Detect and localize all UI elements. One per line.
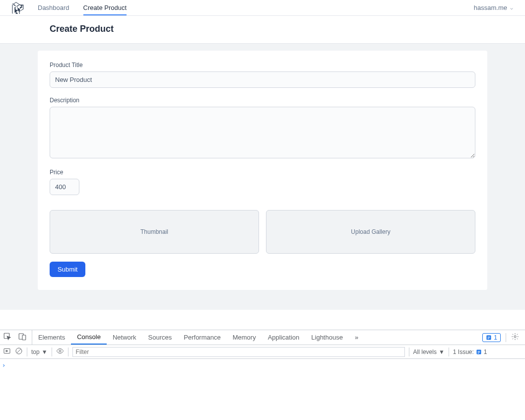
field-description: Description	[50, 97, 475, 160]
tab-sources[interactable]: Sources	[142, 330, 178, 345]
devtools-right: 1	[482, 333, 522, 342]
field-price: Price	[50, 169, 475, 195]
console-issue-badge[interactable]: 1	[482, 333, 501, 342]
description-input[interactable]	[50, 107, 475, 158]
nav-create-product[interactable]: Create Product	[83, 1, 127, 15]
dropdown-icon: ▼	[439, 349, 445, 355]
tab-application[interactable]: Application	[262, 330, 306, 345]
thumbnail-upload[interactable]: Thumbnail	[50, 210, 259, 254]
chevron-down-icon: ⌵	[510, 5, 513, 10]
nav-dashboard[interactable]: Dashboard	[38, 1, 69, 14]
page-title: Create Product	[50, 24, 475, 34]
svg-marker-6	[6, 350, 8, 352]
thumbnail-label: Thumbnail	[140, 228, 168, 235]
user-menu[interactable]: hassam.me ⌵	[474, 4, 513, 11]
svg-line-8	[17, 349, 21, 353]
svg-point-9	[59, 350, 61, 352]
price-label: Price	[50, 169, 475, 176]
sidebar-toggle-icon[interactable]	[3, 347, 11, 356]
upload-row: Thumbnail Upload Gallery	[50, 210, 475, 254]
user-name: hassam.me	[474, 4, 507, 11]
title-input[interactable]	[50, 71, 475, 88]
tab-performance[interactable]: Performance	[178, 330, 226, 345]
devtools-tabs: Elements Console Network Sources Perform…	[0, 330, 525, 345]
gallery-upload[interactable]: Upload Gallery	[266, 210, 475, 254]
issues-label: 1 Issue:	[453, 349, 474, 355]
submit-button[interactable]: Submit	[50, 262, 85, 277]
console-body[interactable]: ›	[0, 359, 525, 420]
issues-indicator[interactable]: 1 Issue: 1	[453, 349, 487, 355]
gallery-label: Upload Gallery	[351, 228, 390, 235]
description-label: Description	[50, 97, 475, 104]
tab-memory[interactable]: Memory	[227, 330, 262, 345]
tab-more-icon[interactable]: »	[349, 330, 364, 345]
dropdown-icon: ▼	[42, 349, 48, 355]
tab-console[interactable]: Console	[71, 330, 107, 345]
content-area: Product Title Description Price Thumbnai…	[0, 44, 525, 310]
context-selector[interactable]: top ▼	[31, 349, 48, 355]
title-label: Product Title	[50, 62, 475, 69]
devtools-icon-group	[3, 330, 32, 345]
console-prompt-icon: ›	[2, 362, 523, 369]
svg-point-4	[514, 336, 516, 338]
gear-icon[interactable]	[511, 333, 519, 342]
log-levels-selector[interactable]: All levels ▼	[413, 349, 445, 355]
tab-elements[interactable]: Elements	[32, 330, 71, 345]
form-card: Product Title Description Price Thumbnai…	[38, 51, 487, 290]
app-logo-icon[interactable]	[12, 2, 24, 14]
filter-input[interactable]	[72, 347, 405, 357]
tab-lighthouse[interactable]: Lighthouse	[305, 330, 349, 345]
inspect-icon[interactable]	[3, 332, 12, 343]
issues-count: 1	[484, 349, 487, 355]
levels-value: All levels	[413, 349, 437, 355]
tab-network[interactable]: Network	[107, 330, 142, 345]
eye-icon[interactable]	[56, 347, 64, 356]
context-value: top	[31, 349, 40, 355]
devtools: Elements Console Network Sources Perform…	[0, 330, 525, 420]
price-input[interactable]	[50, 179, 79, 195]
issue-count: 1	[494, 334, 497, 341]
device-toggle-icon[interactable]	[18, 332, 27, 343]
page-header: Create Product	[0, 16, 525, 44]
svg-rect-2	[22, 335, 26, 340]
devtools-filter-bar: top ▼ All levels ▼ 1 Issue: 1	[0, 345, 525, 359]
clear-console-icon[interactable]	[15, 347, 23, 356]
nav-left: Dashboard Create Product	[12, 1, 127, 15]
top-nav: Dashboard Create Product hassam.me ⌵	[0, 0, 525, 16]
field-title: Product Title	[50, 62, 475, 88]
